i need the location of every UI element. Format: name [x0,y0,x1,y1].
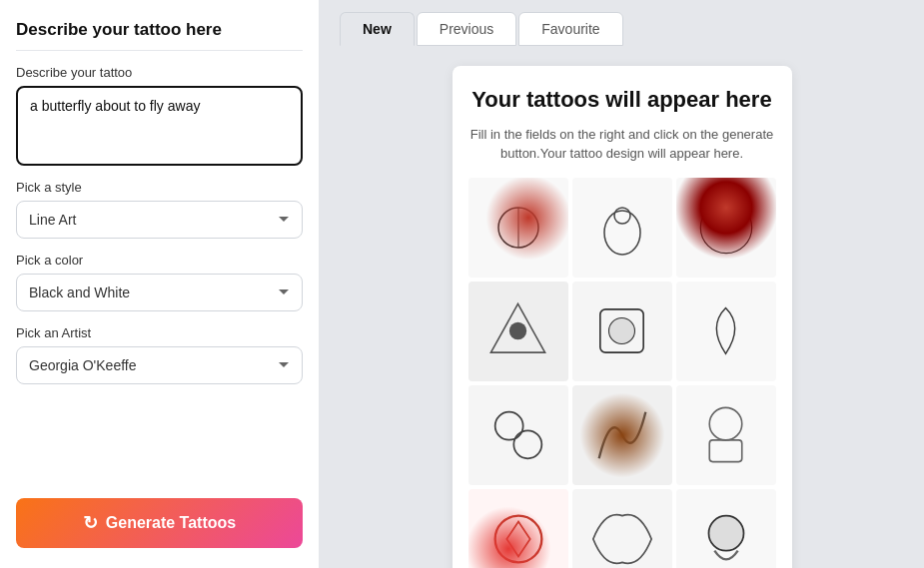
tab-new[interactable]: New [340,12,415,46]
tattoo-cell-2[interactable] [572,178,672,278]
card-description: Fill in the fields on the right and clic… [468,125,776,164]
tattoo-cell-7[interactable] [468,385,568,485]
description-input[interactable] [16,86,303,166]
tattoo-cell-9[interactable] [676,385,776,485]
tattoo-cell-12[interactable] [676,489,776,568]
left-panel: Describe your tattoo here Describe your … [0,0,320,568]
refresh-icon: ↻ [83,512,98,534]
content-area: Your tattoos will appear here Fill in th… [320,46,924,568]
color-field-group: Pick a color Black and WhiteFull ColorGr… [16,253,303,311]
tabs-bar: New Previous Favourite [320,0,924,46]
description-label: Describe your tattoo [16,65,303,80]
right-panel: New Previous Favourite Your tattoos will… [320,0,924,568]
tattoo-cell-1[interactable] [468,178,568,278]
panel-title: Describe your tattoo here [16,20,303,51]
color-select[interactable]: Black and WhiteFull ColorGrayscaleSepia [16,274,303,311]
tattoo-cell-5[interactable] [572,282,672,381]
generate-button[interactable]: ↻ Generate Tattoos [16,498,303,548]
color-label: Pick a color [16,253,303,268]
artist-label: Pick an Artist [16,325,303,340]
tattoo-cell-3[interactable] [676,178,776,278]
tattoo-cell-11[interactable] [572,489,672,568]
tattoo-cell-4[interactable] [468,282,568,381]
tab-favourite[interactable]: Favourite [518,12,622,46]
artist-field-group: Pick an Artist Georgia O'KeeffeSalvador … [16,325,303,384]
tattoo-cell-10[interactable] [468,489,568,568]
tattoo-cell-6[interactable] [676,282,776,381]
style-label: Pick a style [16,180,303,195]
generate-button-label: Generate Tattoos [106,514,236,532]
style-field-group: Pick a style Line ArtRealisticWatercolor… [16,180,303,239]
description-field-group: Describe your tattoo [16,65,303,166]
tab-previous[interactable]: Previous [417,12,516,46]
tattoo-cell-8[interactable] [572,385,672,485]
artist-select[interactable]: Georgia O'KeeffeSalvador DaliLeonardo da… [16,346,303,384]
tattoo-grid [468,178,776,568]
tattoo-card: Your tattoos will appear here Fill in th… [453,66,792,568]
style-select[interactable]: Line ArtRealisticWatercolorGeometricTrib… [16,201,303,239]
card-title: Your tattoos will appear here [471,86,771,115]
